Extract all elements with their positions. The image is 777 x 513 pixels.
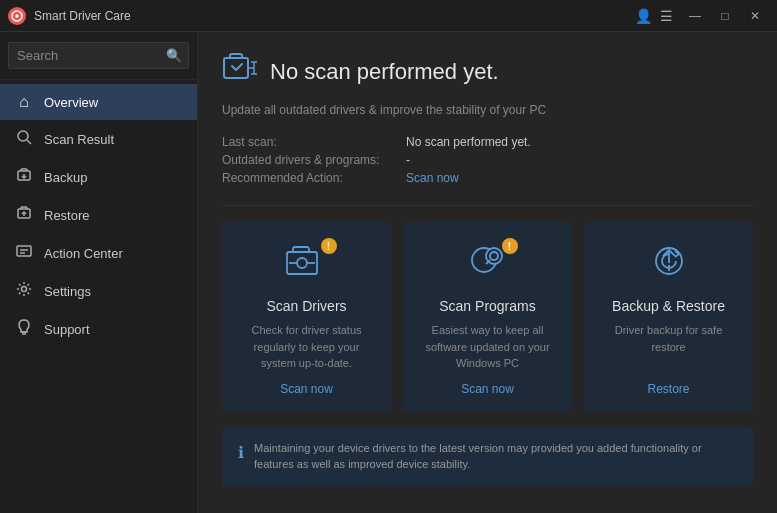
last-scan-value: No scan performed yet. [406, 135, 753, 149]
scan-now-link[interactable]: Scan now [406, 171, 753, 185]
menu-icon[interactable]: ☰ [660, 8, 673, 24]
page-subtitle: Update all outdated drivers & improve th… [222, 103, 753, 117]
scan-programs-card: ! Scan Programs Easiest way to keep all … [403, 222, 572, 412]
scan-result-icon [14, 129, 34, 149]
backup-restore-card: Backup & Restore Driver backup for safe … [584, 222, 753, 412]
window-controls: — □ ✕ [681, 6, 769, 26]
minimize-button[interactable]: — [681, 6, 709, 26]
restore-icon [14, 205, 34, 225]
cards-row: ! Scan Drivers Check for driver status r… [222, 222, 753, 412]
divider [222, 205, 753, 206]
sidebar-item-restore[interactable]: Restore [0, 196, 197, 234]
outdated-value: - [406, 153, 753, 167]
search-wrapper[interactable]: 🔍 [8, 42, 189, 69]
info-grid: Last scan: No scan performed yet. Outdat… [222, 135, 753, 185]
sidebar-item-action-center[interactable]: Action Center [0, 234, 197, 272]
app-title: Smart Driver Care [34, 9, 635, 23]
sidebar-item-support[interactable]: Support [0, 310, 197, 348]
page-title: No scan performed yet. [270, 59, 499, 85]
svg-point-15 [297, 258, 307, 268]
sidebar-item-settings[interactable]: Settings [0, 272, 197, 310]
maximize-button[interactable]: □ [711, 6, 739, 26]
scan-programs-title: Scan Programs [439, 298, 535, 314]
outdated-label: Outdated drivers & programs: [222, 153, 402, 167]
content-header: No scan performed yet. [222, 52, 753, 91]
support-icon [14, 319, 34, 339]
action-center-icon [14, 243, 34, 263]
backup-restore-title: Backup & Restore [612, 298, 725, 314]
last-scan-label: Last scan: [222, 135, 402, 149]
search-icon: 🔍 [166, 48, 182, 63]
sidebar-item-label: Settings [44, 284, 91, 299]
info-bar: ℹ Maintaining your device drivers to the… [222, 428, 753, 485]
scan-drivers-badge: ! [321, 238, 337, 254]
backup-icon [14, 167, 34, 187]
main-layout: 🔍 ⌂ Overview Scan Result [0, 32, 777, 513]
scan-drivers-icon-wrapper: ! [285, 242, 329, 284]
info-bar-icon: ℹ [238, 441, 244, 465]
scan-drivers-desc: Check for driver status regularly to kee… [238, 322, 375, 372]
sidebar-item-label: Support [44, 322, 90, 337]
svg-rect-13 [224, 58, 248, 78]
backup-restore-link[interactable]: Restore [647, 382, 689, 396]
sidebar-item-label: Action Center [44, 246, 123, 261]
search-container: 🔍 [0, 32, 197, 80]
sidebar-item-label: Backup [44, 170, 87, 185]
search-input[interactable] [9, 43, 188, 68]
sidebar-item-label: Restore [44, 208, 90, 223]
backup-restore-desc: Driver backup for safe restore [600, 322, 737, 372]
scan-drivers-title: Scan Drivers [266, 298, 346, 314]
content-area: No scan performed yet. Update all outdat… [198, 32, 777, 513]
sidebar-item-label: Scan Result [44, 132, 114, 147]
sidebar-item-backup[interactable]: Backup [0, 158, 197, 196]
header-scan-icon [222, 52, 258, 91]
svg-point-10 [22, 287, 27, 292]
user-icon[interactable]: 👤 [635, 8, 652, 24]
sidebar-item-scan-result[interactable]: Scan Result [0, 120, 197, 158]
settings-icon [14, 281, 34, 301]
svg-rect-7 [17, 246, 31, 256]
app-logo [8, 7, 26, 25]
title-bar-action-icons: 👤 ☰ [635, 8, 673, 24]
nav-items: ⌂ Overview Scan Result [0, 80, 197, 513]
scan-programs-badge: ! [502, 238, 518, 254]
scan-programs-icon-wrapper: ! [466, 242, 510, 284]
title-bar: Smart Driver Care 👤 ☰ — □ ✕ [0, 0, 777, 32]
sidebar: 🔍 ⌂ Overview Scan Result [0, 32, 198, 513]
sidebar-item-label: Overview [44, 95, 98, 110]
overview-icon: ⌂ [14, 93, 34, 111]
recommended-label: Recommended Action: [222, 171, 402, 185]
scan-drivers-card: ! Scan Drivers Check for driver status r… [222, 222, 391, 412]
backup-restore-icon-wrapper [647, 242, 691, 284]
scan-programs-link[interactable]: Scan now [461, 382, 514, 396]
svg-line-2 [27, 140, 31, 144]
scan-drivers-link[interactable]: Scan now [280, 382, 333, 396]
info-bar-text: Maintaining your device drivers to the l… [254, 440, 737, 473]
svg-point-1 [18, 131, 28, 141]
scan-programs-desc: Easiest way to keep all software updated… [419, 322, 556, 372]
sidebar-item-overview[interactable]: ⌂ Overview [0, 84, 197, 120]
close-button[interactable]: ✕ [741, 6, 769, 26]
